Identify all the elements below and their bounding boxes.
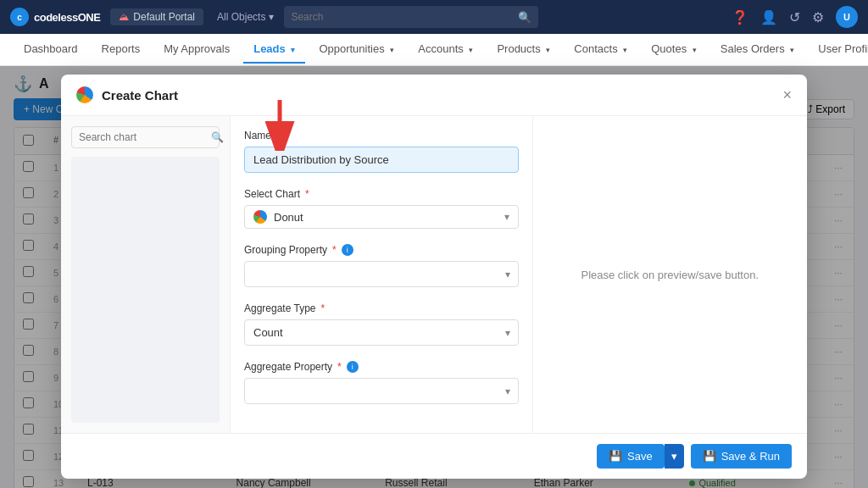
chart-type-selector[interactable]: Donut Bar Line Pie ▾ [244, 205, 519, 229]
grouping-info-icon[interactable]: i [342, 244, 353, 256]
navbar: Dashboard Reports My Approvals Leads ▾ O… [0, 34, 868, 66]
portal-label: Default Portal [133, 11, 195, 23]
donut-chart-icon [253, 210, 267, 224]
modal-body: 🔍 Name* [61, 116, 807, 433]
nav-item-accounts[interactable]: Accounts ▾ [408, 36, 483, 64]
modal-title: Create Chart [102, 88, 178, 103]
grouping-required: * [332, 244, 337, 256]
select-chart-label: Select Chart* [244, 188, 519, 200]
aggregate-property-selector[interactable] [244, 378, 519, 404]
nav-item-opportunities[interactable]: Opportunities ▾ [309, 36, 404, 64]
aggregate-property-label: Aggregate Property* i [244, 361, 519, 373]
objects-label: All Objects [217, 11, 265, 23]
chart-preview-area: Please click on preview/save button. [532, 116, 808, 433]
name-label: Name* [244, 130, 519, 141]
sales-orders-arrow-icon: ▾ [790, 46, 794, 54]
aggregate-type-group: Aggregate Type* Count Sum Average [244, 302, 519, 346]
topbar: c codelessONE ⛰ Default Portal All Objec… [0, 0, 868, 34]
modal-overlay: Create Chart × 🔍 [0, 66, 868, 488]
nav-item-approvals[interactable]: My Approvals [153, 36, 240, 64]
search-icon: 🔍 [211, 131, 224, 143]
brand-icon: c [10, 8, 29, 26]
global-search-input[interactable] [291, 11, 518, 23]
aggregate-property-select[interactable] [244, 378, 519, 404]
products-arrow-icon: ▾ [546, 46, 550, 54]
nav-item-dashboard[interactable]: Dashboard [14, 36, 88, 64]
contacts-arrow-icon: ▾ [623, 46, 627, 54]
save-run-icon: 💾 [703, 450, 716, 463]
opportunities-arrow-icon: ▾ [390, 46, 394, 54]
global-search[interactable]: 🔍 [284, 6, 538, 28]
save-label: Save [627, 450, 653, 463]
aggregate-type-label: Aggregate Type* [244, 302, 519, 314]
select-chart-group: Select Chart* Donut Bar Line Pie [244, 188, 519, 229]
chart-search-input[interactable] [79, 131, 206, 143]
name-required: * [276, 130, 281, 141]
chart-name-input[interactable] [244, 147, 519, 173]
leads-arrow-icon: ▾ [291, 46, 295, 54]
save-run-label: Save & Run [721, 450, 780, 463]
help-icon[interactable]: ❓ [732, 9, 748, 25]
save-dropdown-button[interactable]: ▾ [665, 444, 684, 469]
modal-footer: 💾 Save ▾ 💾 Save & Run [61, 433, 807, 479]
save-button[interactable]: 💾 Save [597, 444, 665, 469]
refresh-icon[interactable]: ↺ [789, 9, 800, 25]
modal-right-panel: Name* Select Chart* [231, 116, 807, 433]
aggregate-type-select[interactable]: Count Sum Average [244, 319, 519, 346]
users-icon[interactable]: 👤 [760, 9, 777, 25]
nav-item-reports[interactable]: Reports [92, 36, 151, 64]
topbar-actions: ❓ 👤 ↺ ⚙ U [732, 6, 858, 28]
main-content: ⚓ A + New Chart Charts ▾ ⤴ Export # L 1·… [0, 66, 868, 488]
aggregate-property-required: * [337, 361, 342, 373]
create-chart-modal: Create Chart × 🔍 [61, 75, 807, 479]
save-button-group: 💾 Save ▾ [597, 444, 684, 469]
nav-item-quotes[interactable]: Quotes ▾ [641, 36, 707, 64]
accounts-arrow-icon: ▾ [469, 46, 473, 54]
grouping-property-select[interactable] [244, 261, 519, 287]
brand: c codelessONE [10, 8, 100, 26]
chart-type-select[interactable]: Donut Bar Line Pie [274, 211, 504, 224]
modal-header: Create Chart × [61, 75, 807, 116]
brand-name: codelessONE [34, 11, 100, 24]
aggregate-type-selector[interactable]: Count Sum Average [244, 319, 519, 346]
avatar[interactable]: U [836, 6, 858, 28]
select-arrow-icon: ▾ [504, 211, 509, 223]
settings-icon[interactable]: ⚙ [812, 9, 824, 25]
grouping-property-selector[interactable] [244, 261, 519, 287]
nav-item-sales-orders[interactable]: Sales Orders ▾ [710, 36, 804, 64]
grouping-label: Grouping Property* i [244, 244, 519, 256]
nav-item-user-profiles[interactable]: User Profiles [808, 36, 868, 64]
aggregate-type-required: * [321, 302, 326, 314]
grouping-property-group: Grouping Property* i [244, 244, 519, 287]
name-field-group: Name* [244, 130, 519, 173]
objects-arrow-icon: ▾ [269, 11, 274, 23]
objects-dropdown[interactable]: All Objects ▾ [217, 11, 274, 23]
aggregate-property-group: Aggregate Property* i [244, 361, 519, 404]
nav-item-contacts[interactable]: Contacts ▾ [564, 36, 637, 64]
portal-selector[interactable]: ⛰ Default Portal [110, 8, 203, 25]
quotes-arrow-icon: ▾ [693, 46, 697, 54]
aggregate-property-info-icon[interactable]: i [347, 361, 359, 373]
chart-type-icon [76, 86, 93, 103]
modal-form: Name* Select Chart* [231, 116, 532, 433]
modal-close-button[interactable]: × [782, 87, 792, 103]
preview-message: Please click on preview/save button. [581, 269, 759, 281]
chart-list [71, 157, 220, 423]
save-icon: 💾 [609, 450, 622, 463]
select-chart-required: * [305, 188, 309, 200]
nav-item-products[interactable]: Products ▾ [487, 36, 560, 64]
nav-item-leads[interactable]: Leads ▾ [243, 36, 305, 64]
search-icon: 🔍 [518, 11, 531, 24]
chart-search-box[interactable]: 🔍 [71, 126, 220, 148]
save-run-button[interactable]: 💾 Save & Run [691, 444, 792, 469]
modal-left-panel: 🔍 [61, 116, 231, 433]
